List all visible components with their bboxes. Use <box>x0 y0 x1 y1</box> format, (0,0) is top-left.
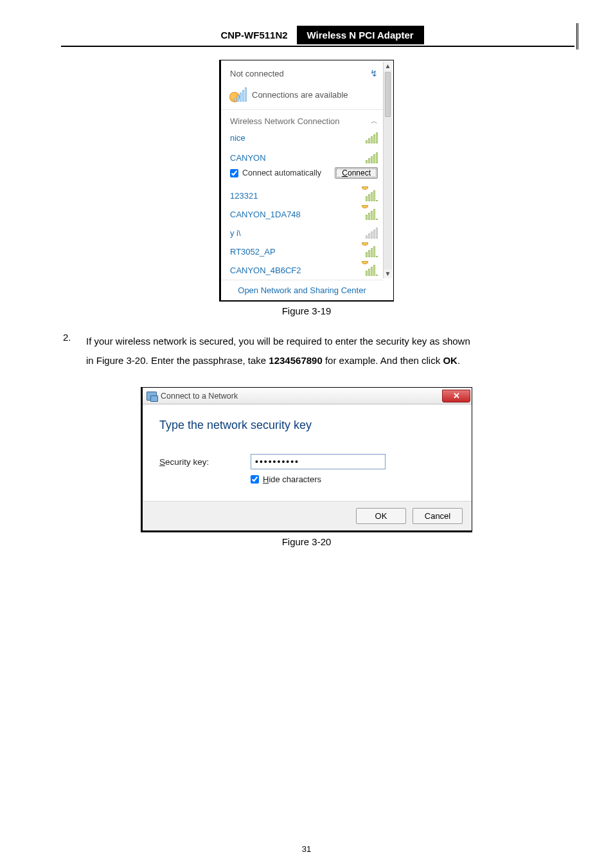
signal-availability-icon <box>230 87 247 102</box>
hide-characters-label: Hide characters <box>263 475 321 484</box>
figure-caption: Figure 3-19 <box>39 305 574 316</box>
wireless-section-label: Wireless Network Connection <box>230 116 340 126</box>
network-name: RT3052_AP <box>230 247 276 257</box>
dialog-footer: OK Cancel <box>143 501 472 530</box>
signal-bars-secured-icon <box>366 246 378 257</box>
network-dialog-icon <box>147 392 157 401</box>
product-title: Wireless N PCI Adapter <box>297 26 424 44</box>
chevron-up-icon[interactable]: ︿ <box>371 116 378 126</box>
hide-characters-checkbox[interactable] <box>251 475 259 484</box>
signal-bars-secured-icon <box>366 265 378 276</box>
signal-bars-icon <box>366 132 378 143</box>
network-item[interactable]: CANYON_4B6CF2 <box>221 261 393 280</box>
scroll-up-arrow-icon[interactable]: ▲ <box>384 62 392 71</box>
network-item[interactable]: CANYON_1DA748 <box>221 205 393 224</box>
scroll-thumb[interactable] <box>385 72 391 117</box>
signal-bars-icon <box>366 228 378 239</box>
page-header: CNP-WF511N2 Wireless N PCI Adapter <box>61 26 574 47</box>
connect-button[interactable]: Connect <box>335 167 378 179</box>
network-name: CANYON_4B6CF2 <box>230 266 301 275</box>
close-icon: ✕ <box>453 391 460 401</box>
signal-bars-icon <box>366 152 378 163</box>
figure-caption: Figure 3-20 <box>39 536 574 547</box>
step-text: If your wireless network is secured, you… <box>86 332 470 370</box>
close-button[interactable]: ✕ <box>442 390 470 402</box>
dialog-heading: Type the network security key <box>159 419 455 432</box>
cancel-button[interactable]: Cancel <box>413 508 463 524</box>
network-name: CANYON <box>230 153 266 163</box>
connect-automatically-checkbox[interactable] <box>230 169 238 177</box>
network-item[interactable]: у і\ <box>221 224 393 242</box>
connection-status-text: Not connected <box>230 69 284 78</box>
network-name: nice <box>230 133 245 143</box>
ok-button[interactable]: OK <box>356 508 406 524</box>
page-number: 31 <box>0 844 613 854</box>
network-name: 123321 <box>230 191 258 201</box>
open-network-sharing-link[interactable]: Open Network and Sharing Center <box>221 280 383 300</box>
connection-status-row: Not connected ↯ <box>221 60 393 85</box>
network-item[interactable]: RT3052_AP <box>221 242 393 261</box>
dialog-titlebar[interactable]: Connect to a Network ✕ <box>143 388 472 404</box>
instruction-step: 2. If your wireless network is secured, … <box>63 332 554 370</box>
security-key-label: Security key: <box>159 457 234 467</box>
network-item-selected[interactable]: CANYON Connect automatically Connect <box>226 147 382 184</box>
connect-automatically-label: Connect automatically <box>242 168 321 177</box>
wireless-section-header[interactable]: Wireless Network Connection ︿ <box>221 110 393 129</box>
refresh-icon[interactable]: ↯ <box>370 68 378 78</box>
header-edge-decoration <box>576 23 578 50</box>
security-key-input[interactable] <box>251 454 386 469</box>
wifi-flyout-panel: ▲ ▼ Not connected ↯ Connections are avai… <box>219 60 394 302</box>
signal-bars-secured-icon <box>366 190 378 201</box>
connections-available-text: Connections are available <box>252 90 348 100</box>
network-item[interactable]: 123321 <box>221 186 393 205</box>
signal-bars-secured-icon <box>366 209 378 220</box>
scrollbar[interactable]: ▲ ▼ <box>383 62 392 278</box>
network-item-nice[interactable]: nice <box>221 129 393 147</box>
model-number: CNP-WF511N2 <box>211 26 296 44</box>
connect-network-dialog: Connect to a Network ✕ Type the network … <box>141 387 472 532</box>
network-name: CANYON_1DA748 <box>230 210 301 219</box>
step-number: 2. <box>63 332 75 370</box>
dialog-title: Connect to a Network <box>161 392 238 401</box>
network-name: у і\ <box>230 228 241 238</box>
connections-available-row: Connections are available <box>221 85 393 110</box>
scroll-down-arrow-icon[interactable]: ▼ <box>384 269 392 278</box>
